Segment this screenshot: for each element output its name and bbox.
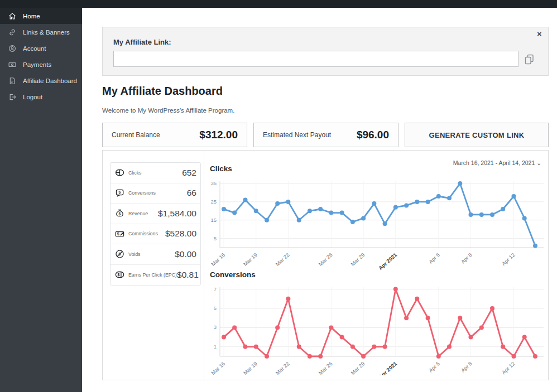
stat-label: Conversions (128, 190, 187, 196)
sidebar-menu: HomeLinks & BannersAccountPaymentsAffili… (0, 8, 82, 105)
payments-icon (8, 60, 17, 69)
account-icon (8, 44, 17, 53)
date-range-selector[interactable]: March 16, 2021 - April 14, 2021 ⌄ (453, 159, 541, 166)
svg-text:5: 5 (214, 235, 217, 241)
svg-text:7: 7 (214, 286, 217, 292)
affiliate-link-box: My Affiliate Link: ✕ (102, 27, 549, 76)
stat-row-earns-per-click-epc: $Earns Per Click (EPC)$0.81 (111, 265, 200, 285)
stats-summary-box: Clicks652$Conversions66$Revenue$1,584.00… (110, 162, 201, 285)
top-bar (0, 0, 557, 8)
sidebar-item-label: Account (23, 45, 46, 52)
stat-row-revenue: $Revenue$1,584.00 (111, 204, 200, 224)
chevron-down-icon: ⌄ (536, 159, 541, 166)
next-payout-card: Estimated Next Payout $96.00 (253, 123, 398, 147)
svg-text:35: 35 (210, 180, 217, 186)
svg-text:Mar 19: Mar 19 (242, 360, 258, 375)
stat-label: Voids (128, 251, 175, 257)
sidebar-item-affiliate-dashboard[interactable]: Affiliate Dashboard (0, 72, 82, 89)
stat-value: 652 (182, 168, 196, 178)
home-icon (8, 12, 17, 21)
svg-text:$: $ (119, 212, 121, 216)
sidebar-item-links-banners[interactable]: Links & Banners (0, 24, 82, 40)
svg-text:5: 5 (214, 305, 217, 311)
svg-text:Apr 8: Apr 8 (460, 360, 473, 373)
stat-row-clicks: Clicks652 (111, 163, 200, 183)
voids-icon: $ (114, 249, 125, 259)
svg-text:Apr 2021: Apr 2021 (377, 360, 398, 375)
document-icon (8, 76, 17, 85)
next-payout-label: Estimated Next Payout (263, 131, 357, 139)
page-title: My Affiliate Dashboard (102, 85, 223, 98)
svg-text:$: $ (117, 232, 119, 236)
svg-text:Mar 26: Mar 26 (317, 251, 333, 267)
stat-value: $0.00 (175, 249, 196, 259)
generate-custom-link-button[interactable]: GENERATE CUSTOM LINK (405, 123, 549, 147)
svg-text:Mar 16: Mar 16 (210, 360, 226, 375)
stat-label: Commissions (128, 231, 165, 236)
copy-icon[interactable] (523, 53, 535, 65)
svg-text:Apr 5: Apr 5 (428, 360, 441, 373)
affiliate-link-input[interactable] (113, 51, 518, 67)
stat-row-commissions: $Commissions$528.00 (111, 224, 200, 245)
current-balance-label: Current Balance (112, 131, 199, 139)
reports-panel: Clicks652$Conversions66$Revenue$1,584.00… (102, 150, 549, 380)
stat-label: Earns Per Click (EPC) (128, 272, 177, 278)
svg-text:Apr 2021: Apr 2021 (377, 251, 398, 270)
sidebar-item-label: Home (23, 13, 40, 20)
date-range-label: March 16, 2021 - April 14, 2021 (453, 159, 535, 166)
sidebar-item-logout[interactable]: Logout (0, 89, 82, 105)
svg-text:Mar 29: Mar 29 (349, 360, 366, 375)
conversions-line-chart: 1357Mar 16Mar 19Mar 22Mar 26Mar 29Apr 20… (208, 280, 548, 375)
commissions-icon: $ (114, 229, 125, 239)
revenue-icon: $ (114, 208, 125, 219)
svg-text:25: 25 (210, 199, 217, 205)
svg-text:Mar 29: Mar 29 (349, 251, 366, 267)
close-icon[interactable]: ✕ (537, 30, 542, 38)
svg-text:Apr 12: Apr 12 (501, 360, 516, 375)
logout-icon (8, 93, 17, 101)
svg-text:15: 15 (210, 217, 217, 223)
epc-icon: $ (114, 269, 125, 280)
clicks-line-chart: 5152535Mar 16Mar 19Mar 22Mar 26Mar 29Apr… (208, 175, 548, 270)
sidebar: HomeLinks & BannersAccountPaymentsAffili… (0, 8, 82, 392)
clicks-chart-title: Clicks (210, 164, 232, 173)
conversions-icon: $ (114, 188, 125, 199)
svg-text:Mar 22: Mar 22 (274, 251, 290, 267)
conversions-chart-title: Conversions (210, 270, 256, 279)
svg-text:Mar 19: Mar 19 (242, 251, 258, 267)
svg-text:Mar 26: Mar 26 (317, 360, 333, 375)
svg-text:$: $ (118, 273, 120, 277)
sidebar-item-label: Logout (23, 94, 42, 100)
affiliate-dashboard-page: HomeLinks & BannersAccountPaymentsAffili… (0, 0, 557, 392)
stat-value: $528.00 (165, 229, 196, 239)
next-payout-value: $96.00 (357, 129, 389, 141)
svg-text:Mar 22: Mar 22 (274, 360, 290, 375)
sidebar-item-label: Affiliate Dashboard (23, 78, 77, 84)
svg-text:Apr 12: Apr 12 (501, 251, 516, 267)
svg-text:$: $ (119, 190, 121, 195)
sidebar-item-account[interactable]: Account (0, 40, 82, 56)
affiliate-link-label: My Affiliate Link: (113, 38, 171, 46)
link-icon (8, 28, 17, 37)
svg-text:Apr 8: Apr 8 (460, 251, 473, 264)
sidebar-item-label: Payments (23, 61, 51, 68)
stat-value: 66 (187, 188, 196, 198)
svg-text:3: 3 (214, 324, 217, 330)
stat-value: $0.81 (177, 270, 199, 280)
svg-text:1: 1 (214, 343, 217, 350)
panel-divider (204, 151, 204, 380)
stat-label: Clicks (128, 170, 182, 176)
svg-text:Mar 16: Mar 16 (210, 251, 226, 267)
current-balance-card: Current Balance $312.00 (102, 123, 247, 147)
sidebar-item-payments[interactable]: Payments (0, 56, 82, 72)
svg-text:Apr 5: Apr 5 (428, 251, 441, 264)
clicks-icon (114, 167, 125, 178)
welcome-text: Welcome to My WordPress's Affiliate Prog… (102, 107, 234, 114)
stat-value: $1,584.00 (158, 209, 196, 219)
stat-label: Revenue (128, 211, 158, 216)
current-balance-value: $312.00 (199, 129, 238, 141)
sidebar-item-home[interactable]: Home (0, 8, 82, 24)
stat-row-conversions: $Conversions66 (111, 183, 200, 204)
stat-row-voids: $Voids$0.00 (111, 244, 200, 265)
sidebar-item-label: Links & Banners (23, 29, 70, 36)
